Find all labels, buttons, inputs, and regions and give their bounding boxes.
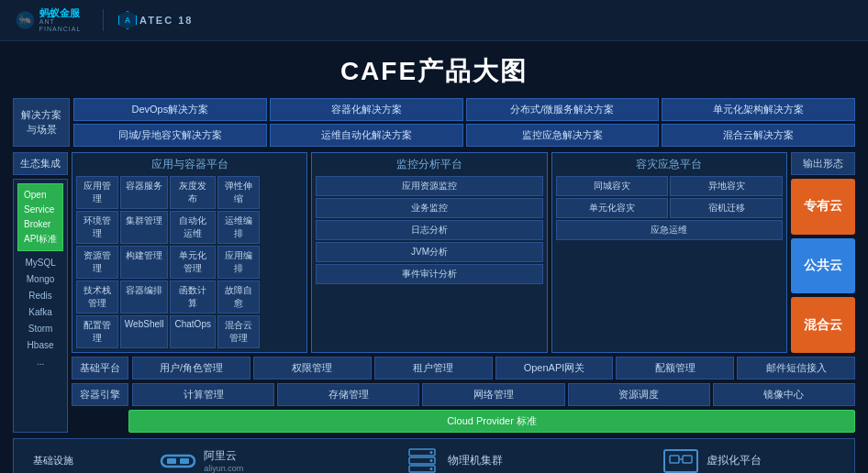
aliyun-name: 阿里云 (204, 448, 243, 464)
cell-container-svc: 容器服务 (120, 176, 169, 209)
cell-unit-disaster: 单元化容灾 (556, 198, 669, 218)
solution-microservice: 分布式/微服务解决方案 (466, 98, 660, 121)
infra-virtual: 虚拟化平台 (662, 446, 762, 473)
monitor-platform-title: 监控分析平台 (316, 157, 542, 172)
aliyun-svg (160, 446, 196, 473)
ecology-label: 生态集成 (13, 152, 68, 175)
output-label: 输出形态 (791, 152, 855, 175)
svg-rect-2 (161, 456, 195, 467)
cell-unit-mgmt: 单元化管理 (170, 246, 215, 279)
infra-physical: 物理机集群 (404, 446, 503, 473)
tech-storm: Storm (17, 321, 63, 337)
app-container-platform: 应用与容器平台 应用管理 容器服务 灰度发布 弹性伸缩 环境管理 集群管理 自动… (72, 152, 307, 353)
virtual-svg (662, 446, 699, 473)
base-platform-row: 基础平台 用户/角色管理 权限管理 租户管理 OpenAPI网关 配额管理 邮件… (72, 357, 855, 380)
cell-env-mgmt: 环境管理 (76, 211, 118, 244)
svg-rect-3 (167, 458, 176, 464)
cell-elastic: 弹性伸缩 (217, 176, 260, 209)
solutions-label: 解决方案与场景 (13, 98, 70, 147)
ecology-content: OpenServiceBrokerAPI标准 MySQL Mongo Redis… (13, 179, 68, 433)
tech-hbase: Hbase (17, 337, 63, 354)
open-service-box: OpenServiceBrokerAPI标准 (17, 183, 63, 251)
physical-svg (404, 446, 440, 473)
svg-point-10 (429, 468, 432, 470)
header-divider (103, 9, 104, 31)
cell-remote-disaster: 异地容灾 (670, 176, 783, 196)
cell-log-analysis: 日志分析 (316, 220, 542, 240)
solution-container: 容器化解决方案 (270, 98, 463, 121)
cell-build-mgmt: 构建管理 (120, 246, 169, 279)
aliyun-domain: aliyun.com (204, 464, 243, 473)
svg-rect-12 (670, 456, 679, 463)
cell-empty-4 (262, 280, 304, 314)
cell-biz-monitor: 业务监控 (316, 198, 542, 218)
bp-openapi: OpenAPI网关 (495, 357, 614, 380)
atec-hex-icon: A (118, 11, 137, 29)
ce-resource-schedule: 资源调度 (568, 383, 710, 406)
ce-storage: 存储管理 (277, 383, 419, 406)
base-platform-items: 用户/角色管理 权限管理 租户管理 OpenAPI网关 配额管理 邮件短信接入 (132, 357, 855, 380)
disaster-platform-title: 容灾应急平台 (556, 157, 783, 172)
cell-hybrid-cloud-mgmt: 混合云管理 (217, 315, 260, 348)
cell-webshell: WebShell (120, 315, 169, 348)
cell-resource-mgmt: 资源管理 (76, 246, 118, 279)
physical-icon (404, 446, 440, 473)
cell-stack-mgmt: 技术栈管理 (76, 280, 118, 314)
cell-jvm-analysis: JVM分析 (316, 242, 542, 262)
physical-name: 物理机集群 (448, 453, 503, 468)
cell-ops-arrange: 运维编排 (217, 211, 260, 244)
svg-point-9 (429, 459, 432, 462)
infra-items: 阿里云 aliyun.com 物理机集群 (80, 446, 841, 473)
hybrid-cloud-btn: 混合云 (791, 297, 855, 353)
app-grid: 应用管理 容器服务 灰度发布 弹性伸缩 环境管理 集群管理 自动化运维 运维编排… (76, 176, 303, 348)
cell-app-monitor: 应用资源监控 (316, 176, 542, 196)
ant-icon: 🐜 (15, 7, 36, 33)
cloud-provider-bar: Cloud Provider 标准 (128, 410, 855, 433)
disaster-grid: 同城容灾 异地容灾 单元化容灾 宿机迁移 应急运维 (556, 176, 783, 240)
solutions-items: DevOps解决方案 容器化解决方案 分布式/微服务解决方案 单元化架构解决方案… (70, 98, 855, 147)
solution-devops: DevOps解决方案 (73, 98, 267, 121)
cell-config-mgmt: 配置管理 (76, 315, 118, 348)
svg-text:🐜: 🐜 (18, 13, 32, 26)
container-engine-row: 容器引擎 计算管理 存储管理 网络管理 资源调度 镜像中心 (72, 383, 855, 406)
atec-logo: A ATEC 18 (118, 11, 193, 29)
svg-point-8 (429, 451, 432, 454)
open-service-text: OpenServiceBrokerAPI标准 (24, 188, 57, 247)
svg-rect-4 (180, 458, 189, 464)
tech-kafka: Kafka (17, 304, 63, 321)
cell-func-compute: 函数计算 (170, 280, 215, 314)
disaster-platform: 容灾应急平台 同城容灾 异地容灾 单元化容灾 宿机迁移 应急运维 (551, 152, 787, 353)
base-platform-label: 基础平台 (72, 357, 128, 380)
cell-app-arrange: 应用编排 (217, 246, 260, 279)
aliyun-text-area: 阿里云 aliyun.com (204, 448, 243, 473)
cell-gray-deploy: 灰度发布 (170, 176, 215, 209)
atec-text: ATEC 18 (139, 15, 193, 26)
bp-quota: 配额管理 (616, 357, 734, 380)
tech-more: ... (17, 354, 63, 370)
cell-audit-analysis: 事件审计分析 (316, 264, 542, 284)
ant-financial-logo: 🐜 蚂蚁金服 ANT FINANCIAL (15, 7, 88, 33)
tech-redis: Redis (17, 288, 63, 304)
app-platform-title: 应用与容器平台 (76, 157, 303, 172)
infra-label: 基础设施 (27, 454, 80, 468)
ce-image-center: 镜像中心 (713, 383, 855, 406)
ant-financial-en: ANT FINANCIAL (39, 18, 88, 32)
cell-fault-heal: 故障自愈 (217, 280, 260, 314)
ce-compute: 计算管理 (132, 383, 274, 406)
virtual-name: 虚拟化平台 (707, 453, 762, 468)
tech-mysql: MySQL (17, 255, 63, 271)
private-cloud-btn: 专有云 (791, 179, 855, 235)
cell-empty-2 (262, 211, 304, 244)
aliyun-icon (160, 446, 196, 473)
platform-area: 生态集成 OpenServiceBrokerAPI标准 MySQL Mongo … (13, 152, 855, 433)
solution-disaster: 同城/异地容灾解决方案 (73, 124, 267, 147)
bp-permission: 权限管理 (253, 357, 372, 380)
cell-empty-1 (262, 176, 304, 209)
public-cloud-btn: 公共云 (791, 238, 855, 294)
container-engine-label: 容器引擎 (72, 383, 128, 406)
solution-monitor: 监控应急解决方案 (466, 124, 660, 147)
bp-tenant: 租户管理 (374, 357, 493, 380)
output-forms: 输出形态 专有云 公共云 混合云 (791, 152, 855, 353)
main-title: CAFE产品大图 (0, 41, 868, 98)
content-area: 解决方案与场景 DevOps解决方案 容器化解决方案 分布式/微服务解决方案 单… (0, 98, 868, 473)
